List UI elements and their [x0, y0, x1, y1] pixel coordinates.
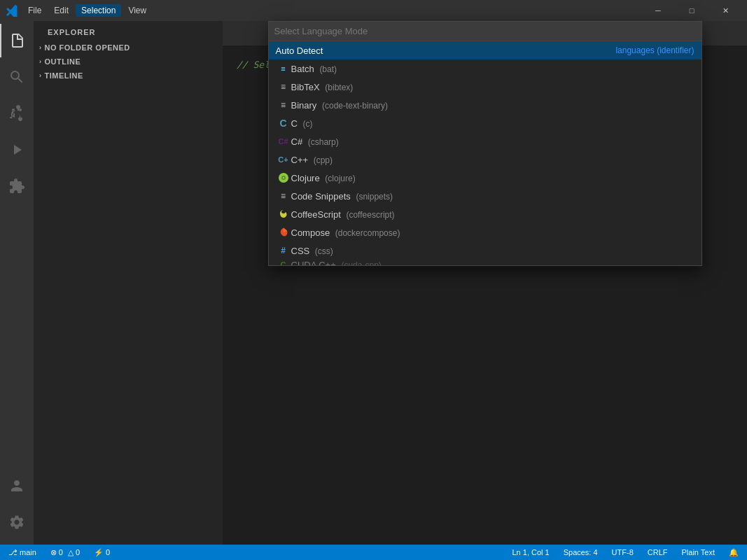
minimize-button[interactable]: ─ — [642, 0, 674, 21]
activity-run-debug[interactable] — [0, 133, 34, 167]
sidebar-section-timeline: › Timeline — [34, 69, 223, 83]
language-item-batch[interactable]: ≡ Batch (bat) — [269, 59, 701, 78]
binary-icon: ≡ — [276, 98, 291, 112]
language-mode-search-input[interactable] — [274, 26, 696, 36]
cuda-icon: C — [276, 260, 291, 265]
quickpick-input-wrap — [269, 22, 701, 41]
coffeescript-icon — [276, 207, 291, 221]
vscode-logo — [6, 4, 18, 17]
cuda-label: CUDA C++ (cuda-cpp) — [291, 260, 694, 265]
svg-point-2 — [282, 177, 284, 179]
sidebar-section-no-folder: › No Folder Opened — [34, 41, 223, 55]
statusbar-notifications-bell[interactable]: 🔔 — [726, 545, 741, 560]
statusbar: ⎇ main ⊗ 0 △ 0 ⚡ 0 Ln 1, Col 1 Spaces: 4… — [0, 545, 747, 560]
language-item-c[interactable]: C C (c) — [269, 114, 701, 132]
clojure-label: Clojure (clojure) — [291, 173, 694, 183]
sidebar-section-outline: › Outline — [34, 55, 223, 69]
c-label: C (c) — [291, 118, 694, 129]
sidebar-header-timeline[interactable]: › Timeline — [34, 69, 223, 83]
auto-detect-item[interactable]: Auto Detect languages (identifier) — [269, 41, 701, 59]
statusbar-language-mode[interactable]: Plain Text — [679, 545, 718, 560]
sidebar-title: Explorer — [34, 21, 223, 41]
statusbar-cursor-position[interactable]: Ln 1, Col 1 — [509, 545, 552, 560]
maximize-button[interactable]: □ — [676, 0, 708, 21]
cpp-icon: C+ — [276, 153, 291, 167]
language-item-cuda[interactable]: C CUDA C++ (cuda-cpp) — [269, 260, 701, 265]
sidebar-label-timeline: Timeline — [45, 71, 83, 80]
language-item-css[interactable]: # CSS (css) — [269, 241, 701, 260]
warning-icon: △ — [68, 548, 74, 557]
sidebar: Explorer › No Folder Opened › Outline › … — [34, 21, 223, 545]
overlay: Auto Detect languages (identifier) ≡ Bat… — [223, 21, 747, 545]
auto-detect-hint: languages (identifier) — [615, 46, 694, 55]
binary-id: (code-text-binary) — [322, 101, 388, 111]
error-count: 0 — [59, 548, 63, 556]
language-item-csharp[interactable]: C# C# (csharp) — [269, 132, 701, 150]
activity-accounts[interactable] — [0, 469, 34, 503]
batch-label: Batch (bat) — [291, 64, 694, 74]
sidebar-header-outline[interactable]: › Outline — [34, 55, 223, 69]
binary-label: Binary (code-text-binary) — [291, 100, 694, 111]
chevron-right-icon: › — [39, 44, 42, 51]
c-id: (c) — [303, 119, 313, 129]
bibtex-id: (bibtex) — [325, 83, 353, 92]
notification-count: 0 — [106, 548, 110, 556]
error-icon: ⊗ — [50, 548, 57, 557]
language-item-snippets[interactable]: ≡ Code Snippets (snippets) — [269, 187, 701, 205]
compose-label: Compose (dockercompose) — [291, 227, 694, 238]
snippets-id: (snippets) — [356, 192, 393, 202]
close-button[interactable]: ✕ — [709, 0, 741, 21]
activity-source-control[interactable] — [0, 97, 34, 130]
language-item-compose[interactable]: Compose (dockercompose) — [269, 223, 701, 241]
titlebar-menu: File Edit Selection View — [22, 4, 152, 17]
sidebar-label-outline: Outline — [45, 57, 81, 66]
language-mode-picker: Auto Detect languages (identifier) ≡ Bat… — [268, 21, 702, 266]
language-item-bibtex[interactable]: ≡ BibTeX (bibtex) — [269, 78, 701, 96]
branch-name: main — [20, 548, 36, 556]
language-item-coffeescript[interactable]: CoffeeScript (coffeescript) — [269, 205, 701, 223]
activity-search[interactable] — [0, 60, 34, 94]
language-item-binary[interactable]: ≡ Binary (code-text-binary) — [269, 96, 701, 114]
statusbar-branch[interactable]: ⎇ main — [6, 545, 39, 560]
chevron-right-icon-2: › — [39, 58, 42, 65]
cuda-id: (cuda-cpp) — [341, 260, 381, 266]
main-layout: Explorer › No Folder Opened › Outline › … — [0, 21, 747, 545]
statusbar-encoding[interactable]: UTF-8 — [609, 545, 636, 560]
batch-id: (bat) — [319, 64, 337, 74]
warning-count: 0 — [76, 548, 80, 556]
css-id: (css) — [315, 246, 333, 256]
clojure-id: (clojure) — [325, 174, 355, 183]
sidebar-header-no-folder[interactable]: › No Folder Opened — [34, 41, 223, 55]
activity-extensions[interactable] — [0, 169, 34, 203]
quickpick-list: Auto Detect languages (identifier) ≡ Bat… — [269, 41, 701, 265]
statusbar-spaces[interactable]: Spaces: 4 — [561, 545, 601, 560]
statusbar-notifications-count[interactable]: ⚡ 0 — [91, 545, 113, 560]
sidebar-label-no-folder: No Folder Opened — [45, 43, 130, 52]
activity-settings[interactable] — [0, 505, 34, 539]
cpp-id: (cpp) — [314, 155, 333, 165]
statusbar-errors[interactable]: ⊗ 0 △ 0 — [48, 545, 83, 560]
activity-explorer[interactable] — [0, 24, 34, 57]
auto-detect-label: Auto Detect — [276, 46, 323, 56]
branch-icon: ⎇ — [8, 548, 18, 557]
statusbar-line-ending[interactable]: CRLF — [645, 545, 671, 560]
language-item-clojure[interactable]: Clojure (clojure) — [269, 169, 701, 187]
menu-selection[interactable]: Selection — [76, 4, 121, 17]
bibtex-icon: ≡ — [276, 80, 291, 94]
statusbar-left: ⎇ main ⊗ 0 △ 0 ⚡ 0 — [6, 545, 113, 560]
csharp-label: C# (csharp) — [291, 136, 694, 147]
compose-icon — [276, 225, 291, 239]
css-icon: # — [276, 244, 291, 258]
chevron-right-icon-3: › — [39, 72, 42, 79]
menu-edit[interactable]: Edit — [48, 4, 74, 17]
snippets-label: Code Snippets (snippets) — [291, 191, 694, 202]
csharp-id: (csharp) — [308, 137, 339, 147]
csharp-icon: C# — [276, 134, 291, 148]
menu-file[interactable]: File — [22, 4, 47, 17]
clojure-icon — [276, 171, 291, 185]
cpp-label: C++ (cpp) — [291, 155, 694, 165]
language-item-cpp[interactable]: C+ C++ (cpp) — [269, 150, 701, 169]
snippets-icon: ≡ — [276, 189, 291, 203]
titlebar-left: File Edit Selection View — [6, 4, 152, 17]
menu-view[interactable]: View — [123, 4, 152, 17]
